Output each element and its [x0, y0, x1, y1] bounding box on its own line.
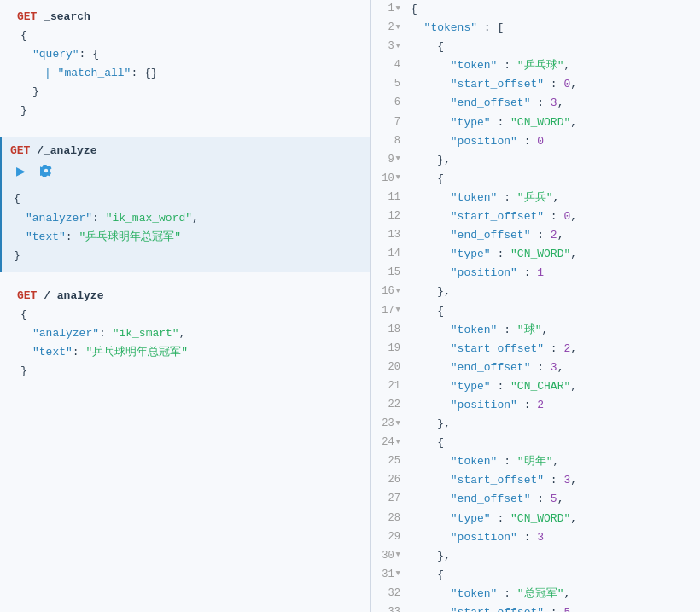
- output-line-1: 1▼{: [371, 0, 700, 19]
- http-method-2: GET: [10, 144, 30, 157]
- line-number-21: 21: [371, 377, 407, 394]
- line-number-26: 26: [371, 471, 407, 488]
- search-block: GET _search { "query": { | "match_all": …: [0, 0, 370, 131]
- line-content-14: "type" : "CN_WORD",: [407, 245, 700, 264]
- line-content-4: "token" : "乒乓球",: [407, 56, 700, 75]
- line-number-12: 12: [371, 207, 407, 224]
- get-search-header: GET _search: [9, 5, 362, 25]
- line-content-15: "position" : 1: [407, 264, 700, 283]
- line-number-17: 17▼: [371, 302, 407, 319]
- line-content-17: {: [407, 302, 700, 321]
- line-content-16: },: [407, 283, 700, 301]
- line-number-15: 15: [371, 264, 407, 281]
- fold-arrow-9[interactable]: ▼: [396, 153, 400, 166]
- line-content-30: },: [407, 547, 700, 566]
- line-number-30: 30▼: [371, 547, 407, 564]
- fold-arrow-2[interactable]: ▼: [396, 21, 400, 34]
- line-number-32: 32: [371, 585, 407, 602]
- line-content-21: "type" : "CN_CHAR",: [407, 377, 700, 396]
- output-line-17: 17▼ {: [371, 302, 700, 321]
- line-number-2: 2▼: [371, 19, 407, 36]
- output-line-25: 25 "token" : "明年",: [371, 452, 700, 471]
- output-line-18: 18 "token" : "球",: [371, 321, 700, 340]
- line-number-3: 3▼: [371, 38, 407, 55]
- line-content-1: {: [407, 0, 700, 19]
- line-content-29: "position" : 3: [407, 528, 700, 547]
- output-line-2: 2▼ "tokens" : [: [371, 19, 700, 38]
- output-line-7: 7 "type" : "CN_WORD",: [371, 114, 700, 132]
- line-content-5: "start_offset" : 0,: [407, 75, 700, 94]
- output-line-28: 28 "type" : "CN_WORD",: [371, 510, 700, 528]
- output-line-27: 27 "end_offset" : 5,: [371, 490, 700, 509]
- line-content-32: "token" : "总冠军",: [407, 585, 700, 603]
- get-analyze-header-2: GET /_analyze: [9, 284, 362, 304]
- line-number-29: 29: [371, 528, 407, 545]
- output-line-9: 9▼ },: [371, 151, 700, 170]
- line-number-14: 14: [371, 245, 407, 262]
- line-content-13: "end_offset" : 2,: [407, 226, 700, 245]
- fold-arrow-24[interactable]: ▼: [396, 436, 400, 449]
- line-number-5: 5: [371, 75, 407, 92]
- line-content-7: "type" : "CN_WORD",: [407, 114, 700, 132]
- output-line-24: 24▼ {: [371, 434, 700, 452]
- analyze-body-2: { "analyzer": "ik_smart", "text": "乒乓球明年…: [9, 304, 362, 386]
- line-number-28: 28: [371, 510, 407, 527]
- output-line-11: 11 "token" : "乒兵",: [371, 189, 700, 207]
- output-line-10: 10▼ {: [371, 170, 700, 189]
- line-content-12: "start_offset" : 0,: [407, 207, 700, 226]
- line-content-31: {: [407, 566, 700, 585]
- line-number-20: 20: [371, 358, 407, 376]
- fold-arrow-30[interactable]: ▼: [396, 549, 400, 562]
- line-content-11: "token" : "乒兵",: [407, 189, 700, 207]
- fold-arrow-23[interactable]: ▼: [396, 417, 400, 430]
- analyze-body-1: { "analyzer": "ik_max_word", "text": "乒乓…: [2, 188, 370, 271]
- line-number-27: 27: [371, 490, 407, 507]
- fold-arrow-31[interactable]: ▼: [396, 568, 400, 580]
- output-line-14: 14 "type" : "CN_WORD",: [371, 245, 700, 264]
- line-content-3: {: [407, 38, 700, 56]
- analyze-block-2: GET /_analyze { "analyzer": "ik_smart", …: [0, 279, 370, 391]
- fold-arrow-1[interactable]: ▼: [396, 3, 400, 15]
- separator-2: [0, 272, 370, 279]
- line-content-19: "start_offset" : 2,: [407, 340, 700, 358]
- output-line-31: 31▼ {: [371, 566, 700, 585]
- output-line-3: 3▼ {: [371, 38, 700, 56]
- output-line-30: 30▼ },: [371, 547, 700, 566]
- line-number-11: 11: [371, 189, 407, 206]
- line-content-2: "tokens" : [: [407, 19, 700, 38]
- line-number-4: 4: [371, 56, 407, 73]
- line-number-25: 25: [371, 452, 407, 469]
- analyze-block-1: GET /_analyze ▶ { "analyzer": "ik_max_wo…: [0, 137, 370, 271]
- output-line-32: 32 "token" : "总冠军",: [371, 585, 700, 603]
- output-line-29: 29 "position" : 3: [371, 528, 700, 547]
- output-line-22: 22 "position" : 2: [371, 396, 700, 415]
- left-editor-panel: GET _search { "query": { | "match_all": …: [0, 0, 371, 612]
- http-method-3: GET: [17, 289, 37, 302]
- fold-arrow-3[interactable]: ▼: [396, 40, 400, 53]
- line-number-7: 7: [371, 114, 407, 131]
- separator-1: [0, 131, 370, 137]
- output-line-5: 5 "start_offset" : 0,: [371, 75, 700, 94]
- line-content-9: },: [407, 151, 700, 170]
- line-content-33: "start_offset" : 5,: [407, 603, 700, 612]
- line-number-9: 9▼: [371, 151, 407, 168]
- endpoint-path-2: /_analyze: [37, 144, 96, 157]
- line-number-33: 33: [371, 603, 407, 612]
- fold-arrow-16[interactable]: ▼: [396, 285, 400, 298]
- output-line-13: 13 "end_offset" : 2,: [371, 226, 700, 245]
- fold-arrow-17[interactable]: ▼: [396, 304, 400, 317]
- right-output-panel: 1▼{2▼ "tokens" : [3▼ {4 "token" : "乒乓球",…: [371, 0, 700, 612]
- line-number-13: 13: [371, 226, 407, 243]
- line-content-20: "end_offset" : 3,: [407, 358, 700, 377]
- fold-arrow-10[interactable]: ▼: [396, 172, 400, 184]
- line-number-24: 24▼: [371, 434, 407, 451]
- output-line-8: 8 "position" : 0: [371, 132, 700, 151]
- line-content-25: "token" : "明年",: [407, 452, 700, 471]
- output-line-21: 21 "type" : "CN_CHAR",: [371, 377, 700, 396]
- panel-resize-handle[interactable]: [365, 289, 371, 323]
- line-content-6: "end_offset" : 3,: [407, 94, 700, 113]
- line-content-28: "type" : "CN_WORD",: [407, 510, 700, 528]
- line-number-23: 23▼: [371, 415, 407, 432]
- settings-button[interactable]: [36, 160, 56, 181]
- run-button[interactable]: ▶: [10, 160, 31, 181]
